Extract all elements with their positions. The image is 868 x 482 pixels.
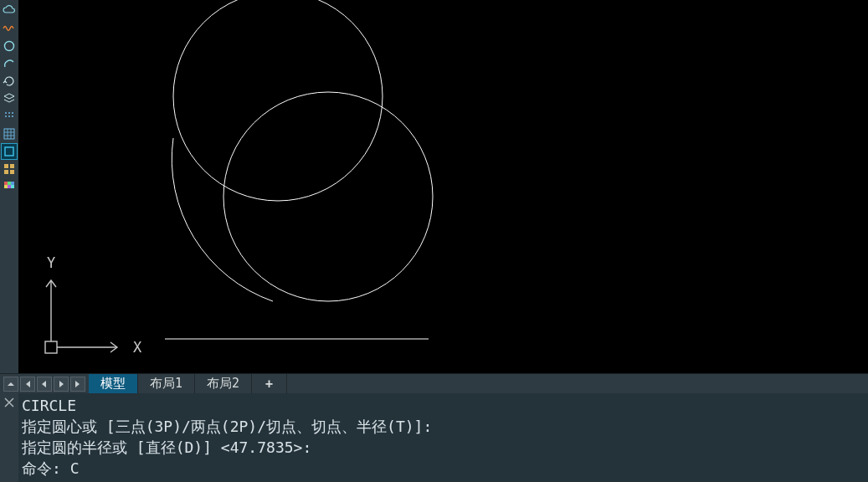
svg-rect-17 <box>8 185 11 188</box>
tab-menu-up-icon[interactable] <box>3 377 18 392</box>
svg-rect-11 <box>4 170 8 174</box>
svg-point-19 <box>173 0 383 201</box>
svg-rect-10 <box>10 164 14 168</box>
grid4-icon[interactable] <box>2 162 17 177</box>
axis-label-y: Y <box>47 254 55 271</box>
svg-rect-18 <box>11 185 14 188</box>
tab-add[interactable]: + <box>252 374 287 393</box>
svg-rect-8 <box>5 147 13 156</box>
dots-icon[interactable] <box>2 109 17 124</box>
grid-icon[interactable] <box>2 126 17 141</box>
circle-tool-icon[interactable] <box>2 38 17 54</box>
axis-label-x: X <box>133 339 142 356</box>
svg-rect-7 <box>4 129 14 139</box>
tab-model[interactable]: 模型 <box>89 374 138 393</box>
left-toolbar <box>0 0 18 373</box>
svg-point-0 <box>5 42 14 51</box>
command-close-icon[interactable] <box>0 393 18 482</box>
refresh-icon[interactable] <box>2 74 17 89</box>
svg-rect-9 <box>4 164 8 168</box>
arc-icon[interactable] <box>2 56 17 71</box>
tab-first-icon[interactable] <box>20 377 35 392</box>
tab-next-icon[interactable] <box>54 377 69 392</box>
svg-rect-16 <box>4 185 8 188</box>
tab-layout2[interactable]: 布局2 <box>195 374 252 393</box>
svg-rect-13 <box>4 182 8 185</box>
command-window[interactable]: CIRCLE 指定圆心或 [三点(3P)/两点(2P)/切点、切点、半径(T)]… <box>18 393 868 482</box>
cloud-icon[interactable] <box>2 3 17 18</box>
drawing-canvas[interactable]: X Y <box>18 0 868 373</box>
svg-point-2 <box>8 112 10 114</box>
svg-point-20 <box>223 92 433 301</box>
svg-point-6 <box>12 115 13 117</box>
svg-point-4 <box>5 115 7 117</box>
svg-rect-12 <box>10 170 14 174</box>
svg-rect-22 <box>45 341 57 353</box>
palette-icon[interactable] <box>2 179 17 194</box>
tab-nav <box>0 374 89 393</box>
svg-rect-14 <box>8 182 11 185</box>
layers-icon[interactable] <box>2 91 17 106</box>
svg-rect-15 <box>11 182 14 185</box>
svg-point-3 <box>12 112 13 114</box>
square-icon[interactable] <box>2 144 17 159</box>
tab-last-icon[interactable] <box>70 377 85 392</box>
svg-point-5 <box>8 115 10 117</box>
svg-point-1 <box>5 112 7 114</box>
layout-tabbar: 模型 布局1 布局2 + <box>0 373 868 393</box>
tab-layout1[interactable]: 布局1 <box>138 374 195 393</box>
wave-icon[interactable] <box>2 21 17 36</box>
tab-prev-icon[interactable] <box>37 377 52 392</box>
